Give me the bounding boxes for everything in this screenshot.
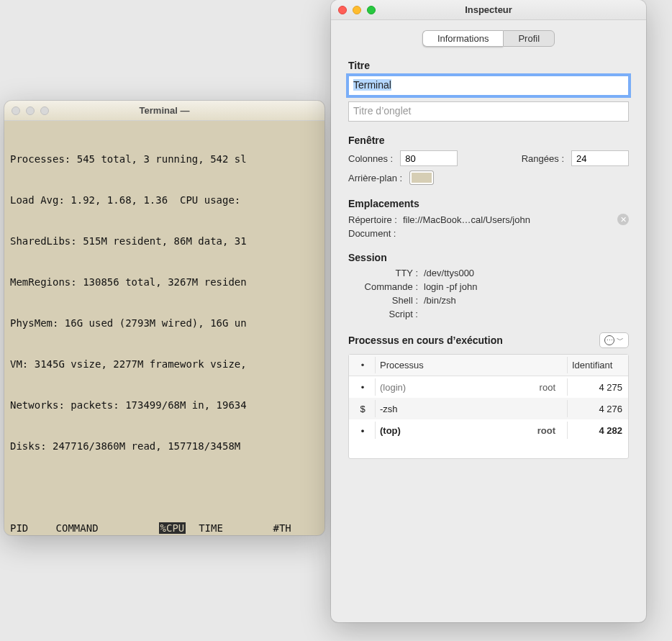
- process-name: (login): [380, 382, 523, 393]
- top-columns-header: PIDCOMMAND%CPUTIME#TH: [10, 522, 319, 535]
- top-header-line: PhysMem: 16G used (2793M wired), 16G un: [10, 317, 319, 330]
- col-command: COMMAND: [56, 522, 159, 535]
- top-header-line: Disks: 247716/3860M read, 157718/3458M: [10, 440, 319, 453]
- bullet-icon: •: [355, 382, 371, 393]
- ellipsis-icon: ⋯: [604, 335, 614, 345]
- process-list-header: • Processus Identifiant: [349, 355, 628, 376]
- col-bullet: •: [355, 360, 371, 370]
- inspector-window: Inspecteur Informations Profil Titre Ter…: [331, 0, 646, 622]
- window-title-value: Terminal: [353, 79, 391, 91]
- top-header-line: Processes: 545 total, 3 running, 542 sl: [10, 153, 319, 166]
- top-header-line: VM: 3145G vsize, 2277M framework vsize,: [10, 358, 319, 371]
- document-label: Document :: [348, 228, 396, 239]
- process-row[interactable]: •(top)root4 282: [349, 419, 628, 441]
- command-label: Commande :: [348, 281, 424, 292]
- bullet-icon: $: [355, 404, 371, 414]
- process-id: 4 275: [572, 382, 622, 393]
- shell-value: /bin/zsh: [424, 295, 456, 306]
- inspector-title: Inspecteur: [331, 4, 646, 15]
- process-row[interactable]: $-zsh4 276: [349, 398, 628, 419]
- shell-label: Shell :: [348, 295, 424, 306]
- script-label: Script :: [348, 309, 424, 319]
- terminal-output[interactable]: Processes: 545 total, 3 running, 542 sl …: [4, 121, 324, 535]
- directory-value: file://MacBook…cal/Users/john: [403, 214, 612, 225]
- top-header-line: MemRegions: 130856 total, 3267M residen: [10, 276, 319, 289]
- process-id: 4 282: [572, 425, 622, 436]
- tab-title-input[interactable]: Titre d’onglet: [348, 101, 629, 122]
- tab-profil[interactable]: Profil: [503, 30, 555, 47]
- col-identifier[interactable]: Identifiant: [572, 360, 622, 370]
- col-time: TIME: [199, 522, 273, 535]
- top-header-line: Load Avg: 1.92, 1.68, 1.36 CPU usage:: [10, 194, 319, 207]
- chevron-down-icon: ﹀: [617, 335, 624, 345]
- background-label: Arrière-plan :: [348, 173, 402, 183]
- rows-input[interactable]: [571, 150, 629, 166]
- process-user: root: [523, 425, 563, 436]
- section-title-fenetre: Fenêtre: [348, 135, 629, 146]
- rows-label: Rangées :: [522, 153, 564, 164]
- tab-title-placeholder: Titre d’onglet: [353, 105, 411, 117]
- tty-label: TTY :: [348, 268, 424, 278]
- terminal-window: Terminal — Processes: 545 total, 3 runni…: [4, 101, 324, 535]
- background-color-swatch[interactable]: [409, 171, 434, 185]
- command-value: login -pf john: [424, 281, 477, 292]
- clear-directory-icon[interactable]: ✕: [617, 214, 629, 225]
- process-id: 4 276: [572, 404, 622, 414]
- bullet-icon: •: [355, 425, 371, 436]
- terminal-title: Terminal —: [4, 105, 324, 116]
- process-name: (top): [380, 425, 523, 436]
- col-threads: #TH: [273, 522, 319, 535]
- window-title-input[interactable]: Terminal: [348, 76, 629, 96]
- columns-input[interactable]: [400, 150, 458, 166]
- section-title-titre: Titre: [348, 60, 629, 71]
- section-title-emplacements: Emplacements: [348, 198, 629, 209]
- process-row[interactable]: •(login)root4 275: [349, 376, 628, 398]
- tty-value: /dev/ttys000: [424, 268, 474, 278]
- section-title-processes: Processus en cours d’exécution: [348, 335, 503, 346]
- col-process-name[interactable]: Processus: [380, 360, 523, 370]
- section-title-session: Session: [348, 252, 629, 263]
- terminal-titlebar[interactable]: Terminal —: [4, 101, 324, 121]
- columns-label: Colonnes :: [348, 153, 393, 164]
- top-header-line: SharedLibs: 515M resident, 86M data, 31: [10, 235, 319, 248]
- process-user: root: [523, 382, 563, 393]
- inspector-tabs: Informations Profil: [331, 30, 646, 47]
- process-actions-button[interactable]: ⋯ ﹀: [599, 332, 629, 348]
- top-header-line: Networks: packets: 173499/68M in, 19634: [10, 399, 319, 412]
- tab-informations[interactable]: Informations: [422, 30, 504, 47]
- process-list: • Processus Identifiant •(login)root4 27…: [348, 354, 629, 459]
- spacer: [10, 481, 319, 494]
- inspector-titlebar[interactable]: Inspecteur: [331, 0, 646, 20]
- directory-label: Répertoire :: [348, 214, 397, 225]
- col-cpu: %CPU: [159, 522, 199, 535]
- col-pid: PID: [10, 522, 56, 535]
- process-row-empty: [349, 441, 628, 458]
- process-name: -zsh: [380, 404, 523, 414]
